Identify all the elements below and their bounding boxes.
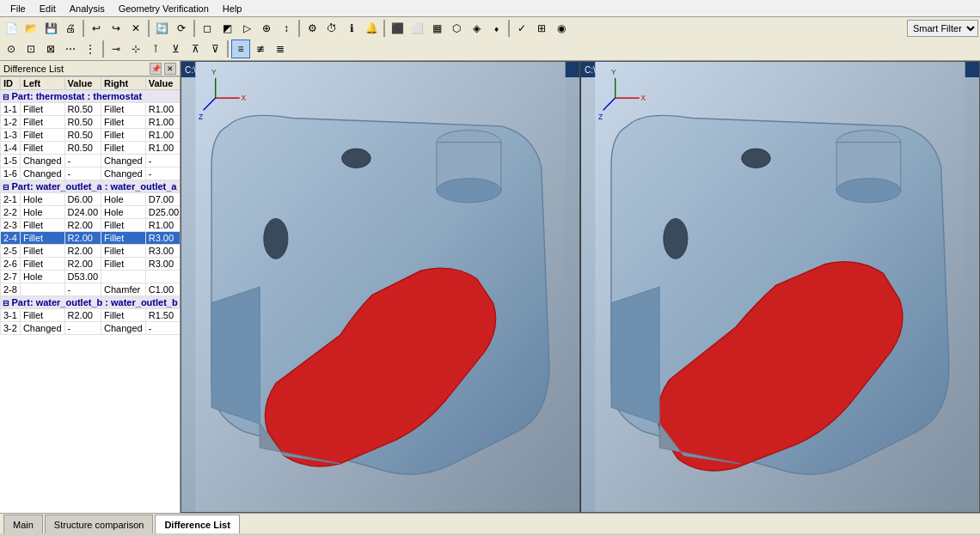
model-btn3[interactable]: ▦	[427, 19, 446, 38]
cell-val-left: R2.00	[64, 245, 101, 258]
menu-edit[interactable]: Edit	[33, 2, 63, 15]
table-row[interactable]: 3-1FilletR2.00FilletR1.50	[1, 309, 181, 322]
cell-left: Changed	[20, 322, 64, 335]
menu-help[interactable]: Help	[216, 2, 249, 15]
cell-val-right: C1.00	[145, 283, 180, 296]
table-row[interactable]: 3-2Changed-Changed-	[1, 322, 181, 335]
table-row[interactable]: 2-2HoleD24.00HoleD25.00	[1, 206, 181, 219]
diff-group-row[interactable]: Part: thermostat : thermostat	[1, 90, 181, 103]
tb2-btn9[interactable]: ⊻	[166, 40, 185, 58]
table-row[interactable]: 1-6Changed-Changed-	[1, 168, 181, 180]
diff-panel-close[interactable]: ✕	[164, 63, 176, 75]
tb2-btn5[interactable]: ⋮	[81, 40, 100, 58]
save-button[interactable]: 💾	[41, 19, 60, 38]
analysis-btn4[interactable]: 🔔	[362, 19, 381, 38]
view-btn5[interactable]: ↕	[277, 19, 296, 38]
table-row[interactable]: 1-3FilletR0.50FilletR1.00	[1, 129, 181, 142]
col-right: Right	[101, 77, 146, 90]
tab-difference-list[interactable]: Difference List	[155, 515, 239, 533]
table-row[interactable]: 1-1FilletR0.50FilletR1.00	[1, 103, 181, 116]
tb2-diflist-btn[interactable]: ≡	[231, 40, 250, 58]
tb2-btn11[interactable]: ⊽	[205, 40, 224, 58]
cell-id: 2-7	[1, 271, 21, 283]
check-btn1[interactable]: ✓	[512, 19, 531, 38]
table-row[interactable]: 2-7HoleD53.00	[1, 271, 181, 283]
svg-point-15	[836, 179, 901, 203]
menu-geometry-verification[interactable]: Geometry Verification	[112, 2, 216, 15]
table-row[interactable]: 2-4FilletR2.00FilletR3.00	[1, 232, 181, 245]
check-btn2[interactable]: ⊞	[532, 19, 551, 38]
table-row[interactable]: 2-6FilletR2.00FilletR3.00	[1, 258, 181, 271]
open-button[interactable]: 📂	[21, 19, 40, 38]
model-btn5[interactable]: ◈	[467, 19, 486, 38]
view-panel-right[interactable]: C:\Users\Higashide.EJ\Documents\CADdocto…	[580, 61, 980, 513]
table-row[interactable]: 2-8-ChamferC1.00	[1, 283, 181, 296]
delete-button[interactable]: ✕	[126, 19, 145, 38]
new-button[interactable]: 📄	[2, 19, 21, 38]
undo-button[interactable]: ↩	[87, 19, 106, 38]
analysis-btn3[interactable]: ℹ	[342, 19, 361, 38]
cell-left: Hole	[20, 271, 64, 283]
check-btn3[interactable]: ◉	[552, 19, 571, 38]
menubar: File Edit Analysis Geometry Verification…	[0, 0, 980, 17]
view-btn4[interactable]: ⊕	[257, 19, 276, 38]
cell-left: Fillet	[20, 129, 64, 142]
analysis-btn1[interactable]: ⚙	[303, 19, 322, 38]
view-btn1[interactable]: ◻	[198, 19, 217, 38]
diff-group-row[interactable]: Part: water_outlet_b : water_outlet_b	[1, 296, 181, 309]
cell-val-left: R2.00	[64, 258, 101, 271]
model-btn6[interactable]: ⬧	[487, 19, 505, 38]
cell-val-left: R2.00	[64, 219, 101, 232]
cell-id: 1-1	[1, 103, 21, 116]
sep4	[298, 20, 300, 37]
tb2-btn3[interactable]: ⊠	[41, 40, 60, 58]
cell-val-right: R1.50	[145, 309, 180, 322]
view-btn3[interactable]: ▷	[237, 19, 256, 38]
tb2-btn1[interactable]: ⊙	[2, 40, 21, 58]
tb2-btn2[interactable]: ⊡	[21, 40, 40, 58]
view-panel-left[interactable]: C:\Users\Higashide.EJ\Documents\CADdocto…	[181, 61, 580, 513]
table-row[interactable]: 2-1HoleD6.00HoleD7.00	[1, 193, 181, 206]
cell-val-left: R0.50	[64, 142, 101, 155]
analysis-btn2[interactable]: ⏱	[322, 19, 341, 38]
rotate-button[interactable]: ⟳	[172, 19, 191, 38]
table-row[interactable]: 1-2FilletR0.50FilletR1.00	[1, 116, 181, 129]
cell-val-left: R0.50	[64, 129, 101, 142]
tb2-btn8[interactable]: ⊺	[146, 40, 165, 58]
model-btn4[interactable]: ⬡	[447, 19, 466, 38]
cell-left: Fillet	[20, 116, 64, 129]
table-row[interactable]: 1-4FilletR0.50FilletR1.00	[1, 142, 181, 155]
tb2-btn4[interactable]: ⋯	[61, 40, 80, 58]
tab-structure-comparison[interactable]: Structure comparison	[45, 515, 154, 533]
col-val-right: Value	[145, 77, 180, 90]
tb2-btn10[interactable]: ⊼	[186, 40, 205, 58]
diff-panel-pin[interactable]: 📌	[150, 63, 162, 75]
tb2-btn13[interactable]: ≢	[251, 40, 270, 58]
tb2-btn7[interactable]: ⊹	[126, 40, 145, 58]
diff-group-row[interactable]: Part: water_outlet_a : water_outlet_a	[1, 180, 181, 193]
sep1	[83, 20, 84, 37]
view-area: C:\Users\Higashide.EJ\Documents\CADdocto…	[181, 61, 980, 513]
menu-analysis[interactable]: Analysis	[63, 2, 112, 15]
svg-point-5	[264, 218, 288, 259]
cell-id: 3-1	[1, 309, 21, 322]
redo-button[interactable]: ↪	[107, 19, 126, 38]
cell-val-right: R3.00	[145, 232, 180, 245]
menu-file[interactable]: File	[3, 2, 33, 15]
tb2-btn14[interactable]: ≣	[271, 40, 290, 58]
view-btn2[interactable]: ◩	[217, 19, 236, 38]
refresh-button[interactable]: 🔄	[152, 19, 171, 38]
table-row[interactable]: 2-3FilletR2.00FilletR1.00	[1, 219, 181, 232]
model-btn2[interactable]: ⬜	[407, 19, 426, 38]
cell-right: Fillet	[101, 232, 146, 245]
table-row[interactable]: 2-5FilletR2.00FilletR3.00	[1, 245, 181, 258]
table-row[interactable]: 1-5Changed-Changed-	[1, 155, 181, 168]
cell-left: Changed	[20, 168, 64, 180]
smart-filter-select[interactable]: Smart Filter All Changed Added Removed	[907, 20, 978, 37]
tab-main[interactable]: Main	[3, 515, 43, 533]
sep2	[148, 20, 150, 37]
tb2-btn6[interactable]: ⊸	[107, 40, 126, 58]
model-btn1[interactable]: ⬛	[388, 19, 407, 38]
print-button[interactable]: 🖨	[61, 19, 80, 38]
cell-val-left: -	[64, 155, 101, 168]
